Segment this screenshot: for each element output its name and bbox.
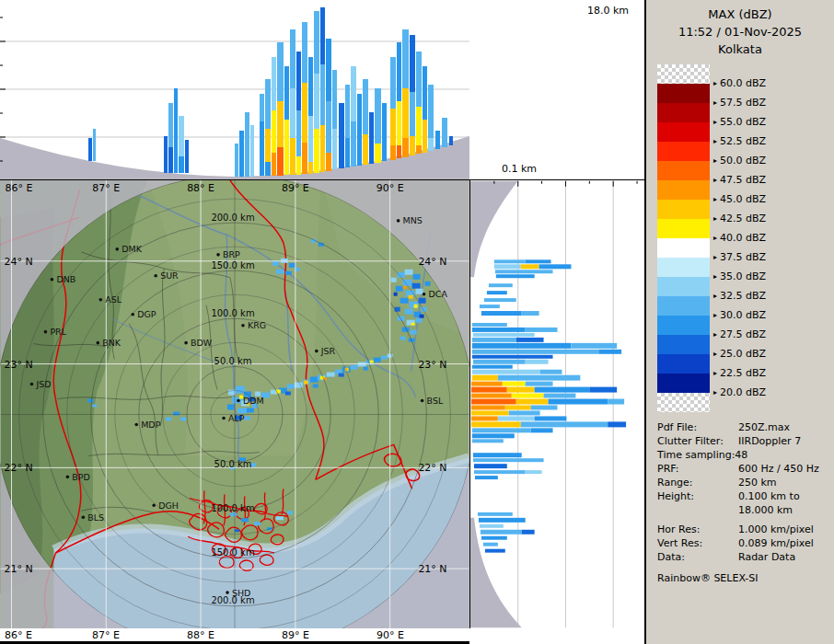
info-key: Data: [657, 551, 685, 563]
profile-bar-segment [526, 259, 551, 263]
echo-cell [391, 278, 397, 282]
station-marker [115, 247, 119, 251]
profile-bar-segment [471, 405, 505, 409]
profile-bar-segment [473, 333, 535, 337]
scale-label: ▸25.0 dBZ [713, 348, 766, 361]
scale-label-text: 40.0 dBZ [720, 232, 766, 244]
info-key: Pdf File: [657, 421, 697, 433]
profile-bar-segment [88, 138, 92, 161]
station-marker [397, 219, 400, 223]
station-label: SHD [232, 588, 250, 598]
scale-label-text: 25.0 dBZ [720, 348, 766, 360]
scale-color-block [657, 258, 710, 277]
range-ring-label: 100.0 km [211, 308, 254, 318]
range-ring-label: 100.0 km [211, 503, 254, 513]
profile-bar-segment [375, 144, 381, 163]
station-marker [66, 476, 70, 479]
profile-bar-segment [416, 145, 422, 154]
profile-bar-segment [416, 52, 422, 107]
profile-bar-segment [478, 512, 513, 516]
scale-label-text: 60.0 dBZ [720, 77, 766, 89]
profile-bar-segment [480, 524, 504, 528]
longitude-label-top: 89° E [282, 182, 309, 194]
scale-label-text: 55.0 dBZ [720, 116, 766, 128]
echo-cell [364, 367, 368, 371]
product-title: MAX (dBZ) [646, 7, 834, 21]
profile-bar-segment [435, 131, 440, 149]
station-label: JSD [35, 379, 51, 389]
longitude-label-bottom: 86° E [5, 629, 32, 641]
scale-label-text: 50.0 dBZ [720, 155, 766, 167]
profile-bar-segment [471, 382, 503, 386]
range-ring-label: 50.0 km [214, 459, 252, 469]
profile-bar-segment [473, 360, 526, 364]
profile-bar-segment [471, 421, 521, 427]
info-key: Height: [657, 490, 694, 502]
longitude-label-bottom: 88° E [187, 629, 214, 641]
station-label: PRL [50, 327, 66, 337]
echo-cell [403, 286, 407, 289]
info-row: 18.000 km [657, 503, 834, 517]
profile-bar-segment [369, 112, 374, 164]
profile-bar-segment [474, 464, 507, 468]
echo-cell [374, 358, 381, 362]
range-ring-label: 50.0 km [214, 356, 252, 366]
echo-cell [276, 270, 284, 274]
echo-cell [414, 305, 418, 308]
profile-bar-segment [250, 125, 254, 177]
scale-label-text: 32.5 dBZ [720, 290, 766, 302]
echo-cell [173, 411, 180, 415]
info-value: IIRDoppler 7 [738, 434, 801, 448]
echo-cell [180, 417, 186, 420]
profile-bar-segment [481, 530, 522, 535]
profile-bar-segment [526, 470, 542, 474]
profile-bar-segment [308, 57, 313, 116]
product-timestamp: 11:52 / 01-Nov-2025 [646, 25, 834, 39]
profile-bar-segment [245, 112, 249, 177]
station-label: BDW [191, 338, 213, 348]
echo-cell [405, 270, 413, 275]
profile-bar-segment [339, 103, 344, 168]
scale-tick-arrow-icon: ▸ [713, 195, 717, 203]
profile-bar-segment [608, 421, 626, 427]
station-label: BPD [72, 472, 90, 482]
profile-bar-segment [290, 138, 295, 175]
profile-bar-segment [296, 52, 301, 110]
scale-color-block [657, 335, 710, 354]
profile-bar-segment [487, 291, 507, 294]
profile-bar-segment [179, 156, 184, 173]
profile-bar-segment [314, 129, 319, 173]
profile-bar-segment [290, 29, 295, 88]
profile-bar-segment [382, 103, 387, 161]
station-label: ASL [105, 294, 122, 305]
info-key: Clutter Filter: [657, 435, 724, 447]
scale-label: ▸35.0 dBZ [713, 270, 766, 283]
profile-bar-segment [320, 64, 325, 125]
echo-cell [276, 516, 284, 520]
profile-bar-segment [498, 375, 581, 381]
profile-bar-segment [473, 453, 522, 457]
profile-bar-segment [526, 382, 553, 386]
scale-color-block [657, 238, 710, 258]
echo-cell [272, 261, 279, 266]
echo-cell [394, 293, 398, 296]
profile-bar-segment [598, 350, 621, 354]
profile-bar-segment [481, 311, 522, 316]
profile-bar-segment [265, 129, 271, 162]
profile-bar-segment [472, 439, 504, 443]
profile-bar-segment [332, 70, 337, 129]
profile-bar-segment [308, 116, 313, 162]
info-value: 18.000 km [738, 503, 793, 517]
info-key: Range: [657, 477, 693, 489]
profile-bar-segment [332, 129, 337, 169]
profile-bar-segment [512, 394, 544, 398]
scale-label-text: 42.5 dBZ [720, 213, 766, 224]
scale-label: ▸57.5 dBZ [713, 97, 766, 109]
scale-checker-block [657, 64, 710, 84]
profile-bar-segment [571, 343, 617, 349]
echo-cell [411, 330, 417, 335]
profile-bar-segment [535, 416, 567, 420]
scale-label: ▸37.5 dBZ [713, 251, 766, 264]
echo-cell [304, 381, 308, 385]
profile-bar-segment [410, 92, 415, 136]
